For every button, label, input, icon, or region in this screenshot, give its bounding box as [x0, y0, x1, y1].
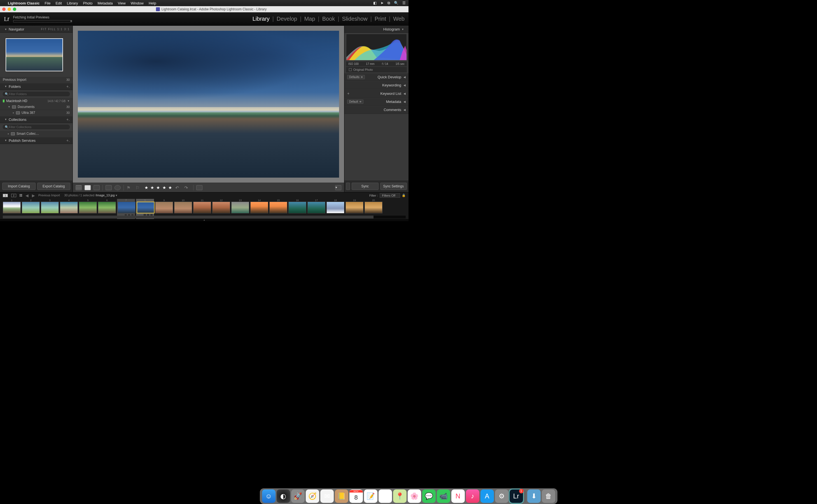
source-breadcrumb[interactable]: Previous Import 30 photos / 1 selected /…: [38, 194, 117, 197]
volume-row[interactable]: Macintosh HD 14.8 / 42.7 GB ▼: [0, 98, 72, 104]
status-sync-icon[interactable]: ➤: [381, 1, 384, 5]
filmstrip-thumb[interactable]: 13: [231, 199, 249, 213]
filmstrip-thumb[interactable]: 2: [22, 199, 40, 213]
original-photo-toggle[interactable]: Original Photo: [346, 67, 407, 72]
sync-button[interactable]: Sync: [352, 183, 379, 190]
comments-header[interactable]: Comments ◀: [344, 106, 408, 114]
smart-collections-row[interactable]: ▸ Smart Collec…: [0, 131, 72, 137]
filter-preset-dropdown[interactable]: Filters Off: [380, 193, 400, 198]
folders-header[interactable]: ▼ Folders +.: [0, 83, 72, 90]
menu-file[interactable]: File: [44, 1, 50, 5]
publish-header[interactable]: ▼ Publish Services +.: [0, 137, 72, 144]
filmstrip-thumb[interactable]: 20: [365, 199, 382, 213]
filmstrip-scrollbar[interactable]: [3, 216, 406, 218]
disclosure-icon[interactable]: ▸: [8, 132, 9, 135]
filmstrip-thumb[interactable]: 15: [269, 199, 287, 213]
sync-settings-button[interactable]: Sync Settings: [380, 183, 407, 190]
rotate-ccw-icon[interactable]: ↶: [175, 185, 181, 190]
flag-pick-icon[interactable]: ⚑: [126, 185, 133, 190]
filmstrip-thumb[interactable]: 14: [250, 199, 268, 213]
add-publish-icon[interactable]: +.: [66, 138, 70, 143]
nav-forward-icon[interactable]: ▶: [32, 193, 35, 198]
metadata-preset-dropdown[interactable]: Default ≑: [347, 100, 363, 104]
navigator-header[interactable]: ▼ Navigator FIT FILL 1:1 3:1: [0, 26, 72, 33]
filmstrip-thumb[interactable]: 11: [193, 199, 211, 213]
navigator-zoom-options[interactable]: FIT FILL 1:1 3:1: [41, 28, 70, 31]
filmstrip-resize-grip[interactable]: ▲: [0, 219, 408, 221]
loupe-view-icon[interactable]: [84, 185, 91, 190]
disclosure-icon[interactable]: ▸: [13, 111, 14, 114]
filmstrip-thumb[interactable]: 6: [98, 199, 116, 213]
import-catalog-button[interactable]: Import Catalog: [2, 183, 36, 190]
collections-header[interactable]: ▼ Collections +.: [0, 116, 72, 123]
export-catalog-button[interactable]: Export Catalog: [37, 183, 70, 190]
status-spotlight-icon[interactable]: 🔍: [394, 1, 398, 5]
flag-reject-icon[interactable]: ⚐: [135, 185, 142, 190]
primary-display-toggle[interactable]: 1: [3, 194, 8, 197]
filmstrip-thumb[interactable]: 1: [3, 199, 21, 213]
quick-develop-header[interactable]: Defaults ≑ Quick Develop ◀: [344, 73, 408, 81]
module-map[interactable]: Map: [304, 16, 315, 22]
menu-view[interactable]: View: [118, 1, 126, 5]
menu-edit[interactable]: Edit: [55, 1, 62, 5]
grid-view-icon[interactable]: [76, 185, 82, 190]
folder-ultra387[interactable]: ▸ Ultra 387 30: [0, 110, 72, 116]
keyword-list-header[interactable]: + Keyword List ◀: [344, 89, 408, 98]
window-zoom-button[interactable]: [13, 8, 16, 11]
status-displays-icon[interactable]: ⧉: [388, 1, 390, 5]
menu-photo[interactable]: Photo: [83, 1, 93, 5]
filmstrip-thumb[interactable]: 18: [327, 199, 344, 213]
painter-icon[interactable]: [105, 185, 112, 190]
toolbar-menu-icon[interactable]: ▾: [335, 185, 341, 190]
sync-metadata-icon[interactable]: [196, 185, 202, 190]
menu-library[interactable]: Library: [67, 1, 78, 5]
add-folder-icon[interactable]: +.: [66, 84, 70, 89]
activity-cancel-icon[interactable]: ✕: [70, 20, 72, 23]
preset-dropdown[interactable]: Defaults ≑: [347, 75, 365, 79]
filmstrip-thumb[interactable]: 5: [79, 199, 97, 213]
compare-view-icon[interactable]: [93, 185, 100, 190]
menu-metadata[interactable]: Metadata: [98, 1, 113, 5]
filmstrip-thumb[interactable]: 17: [308, 199, 325, 213]
nav-back-icon[interactable]: ◀: [25, 193, 29, 198]
folder-documents[interactable]: ▼ Documents 30: [0, 104, 72, 110]
status-notification-icon[interactable]: ◧: [373, 1, 377, 5]
metadata-header[interactable]: Default ≑ Metadata ◀: [344, 98, 408, 106]
module-web[interactable]: Web: [393, 16, 405, 22]
filmstrip-thumb[interactable]: 19: [346, 199, 363, 213]
grid-icon[interactable]: [20, 194, 22, 197]
people-view-icon[interactable]: [114, 185, 121, 190]
filmstrip-thumb[interactable]: 3: [41, 199, 59, 213]
checkbox-icon[interactable]: [349, 68, 352, 71]
module-print[interactable]: Print: [375, 16, 386, 22]
rating-stars[interactable]: ★ ★ ★ ★ ★: [144, 185, 172, 190]
module-slideshow[interactable]: Slideshow: [342, 16, 368, 22]
window-close-button[interactable]: [2, 8, 6, 11]
filter-collections-input[interactable]: 🔍 Filter Collections: [2, 124, 70, 130]
sync-toggle[interactable]: [346, 183, 350, 190]
filmstrip-thumb[interactable]: 16: [288, 199, 306, 213]
rotate-cw-icon[interactable]: ↷: [184, 185, 190, 190]
add-keyword-icon[interactable]: +: [347, 91, 349, 96]
filmstrip-thumb[interactable]: 9: [155, 199, 173, 213]
disclosure-icon[interactable]: ▼: [8, 105, 10, 108]
histogram-display[interactable]: [346, 34, 407, 60]
filmstrip[interactable]: 1234567★★★★★8★★★★★9101112131415161718192…: [0, 198, 408, 219]
module-develop[interactable]: Develop: [277, 16, 297, 22]
menu-help[interactable]: Help: [149, 1, 156, 5]
navigator-preview[interactable]: [0, 33, 72, 77]
add-collection-icon[interactable]: +.: [66, 117, 70, 122]
loupe-view[interactable]: [73, 26, 344, 183]
module-book[interactable]: Book: [322, 16, 335, 22]
status-control-center-icon[interactable]: ☰: [402, 1, 406, 5]
chevron-down-icon[interactable]: ▼: [67, 100, 70, 102]
app-name[interactable]: Lightroom Classic: [8, 1, 39, 5]
filmstrip-thumb[interactable]: 4: [60, 199, 78, 213]
secondary-display-toggle[interactable]: 2: [11, 194, 16, 197]
window-minimize-button[interactable]: [8, 8, 11, 11]
menu-window[interactable]: Window: [131, 1, 144, 5]
filter-folders-input[interactable]: 🔍 Filter Folders: [2, 91, 70, 97]
module-library[interactable]: Library: [253, 16, 270, 22]
histogram-header[interactable]: Histogram ▼: [344, 26, 408, 33]
catalog-previous-import[interactable]: Previous Import 30: [0, 77, 72, 83]
